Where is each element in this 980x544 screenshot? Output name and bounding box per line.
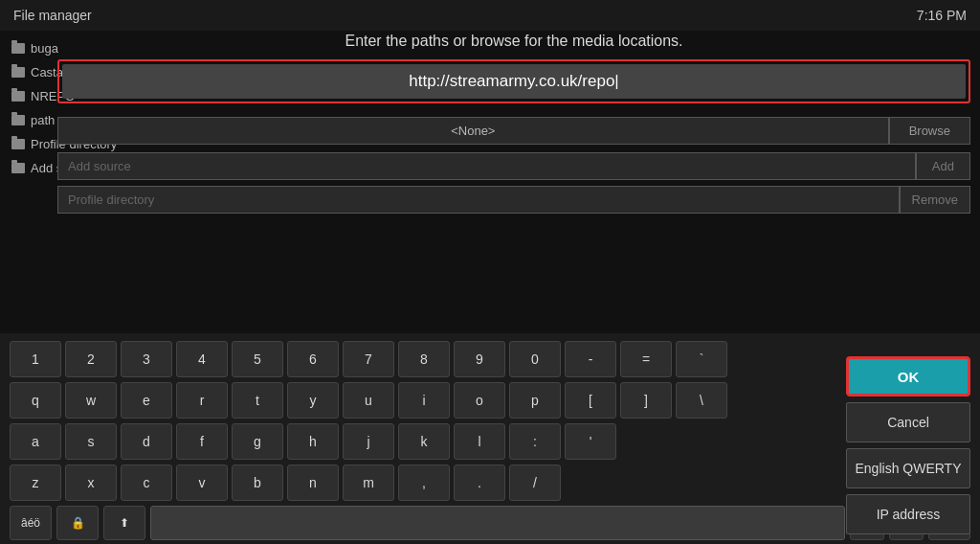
keyboard-row-2: q w e r t y u i o p [ ] \ [10, 382, 970, 419]
third-row: Add [57, 152, 970, 180]
key-2[interactable]: 2 [65, 341, 117, 377]
key-y[interactable]: y [287, 382, 339, 419]
key-b[interactable]: b [232, 465, 283, 501]
key-6[interactable]: 6 [287, 341, 339, 377]
key-a[interactable]: a [10, 423, 61, 460]
key-equals[interactable]: = [620, 341, 672, 377]
clock: 7:16 PM [917, 8, 967, 23]
key-4[interactable]: 4 [176, 341, 228, 377]
key-8[interactable]: 8 [398, 341, 450, 377]
ok-button[interactable]: OK [846, 356, 970, 397]
key-3[interactable]: 3 [121, 341, 172, 377]
side-buttons: OK Cancel English QWERTY IP address [846, 356, 970, 534]
key-u[interactable]: u [343, 382, 394, 419]
key-i[interactable]: i [398, 382, 450, 419]
key-s[interactable]: s [65, 423, 117, 460]
key-t[interactable]: t [232, 382, 283, 419]
keyboard-row-1: 1 2 3 4 5 6 7 8 9 0 - = ` [10, 341, 970, 377]
folder-icon [11, 43, 25, 54]
key-r[interactable]: r [176, 382, 228, 419]
key-p[interactable]: p [509, 382, 561, 419]
key-colon[interactable]: : [509, 423, 561, 460]
key-z[interactable]: z [10, 465, 61, 501]
second-row: Browse [57, 117, 970, 145]
keyboard-row-4: z x c v b n m , . / [10, 465, 970, 501]
key-shift[interactable]: ⬆ [103, 506, 145, 540]
key-rbracket[interactable]: ] [620, 382, 672, 419]
key-w[interactable]: w [65, 382, 117, 419]
key-7[interactable]: 7 [343, 341, 394, 377]
key-comma[interactable]: , [398, 465, 450, 501]
key-e[interactable]: e [121, 382, 172, 419]
key-5[interactable]: 5 [232, 341, 283, 377]
keyboard-area: 1 2 3 4 5 6 7 8 9 0 - = ` q w e r t y u … [0, 333, 980, 544]
key-q[interactable]: q [10, 382, 61, 419]
key-j[interactable]: j [343, 423, 394, 460]
key-9[interactable]: 9 [454, 341, 505, 377]
folder-icon [11, 91, 25, 102]
key-accents[interactable]: âéö [10, 506, 52, 540]
key-l[interactable]: l [454, 423, 505, 460]
key-period[interactable]: . [454, 465, 505, 501]
key-lock[interactable]: 🔒 [56, 506, 99, 540]
key-x[interactable]: x [65, 465, 117, 501]
profile-input[interactable] [57, 186, 900, 214]
key-dash[interactable]: - [565, 341, 616, 377]
key-d[interactable]: d [121, 423, 172, 460]
folder-icon [11, 163, 25, 173]
key-backtick[interactable]: ` [676, 341, 727, 377]
key-apostrophe[interactable]: ' [565, 423, 616, 460]
remove-button[interactable]: Remove [900, 186, 970, 214]
fourth-row: Remove [57, 186, 970, 214]
add-button[interactable]: Add [916, 152, 970, 180]
add-source-input[interactable] [57, 152, 916, 180]
keyboard-bottom-row: âéö 🔒 ⬆ ◀ ▶ ⌫ [10, 506, 970, 540]
ip-address-button[interactable]: IP address [846, 494, 970, 534]
key-0[interactable]: 0 [509, 341, 561, 377]
key-m[interactable]: m [343, 465, 394, 501]
folder-icon [11, 139, 25, 149]
cancel-button[interactable]: Cancel [846, 402, 970, 442]
url-input-wrapper [57, 59, 970, 103]
key-n[interactable]: n [287, 465, 339, 501]
keyboard-row-3: a s d f g h j k l : ' [10, 423, 970, 460]
key-slash[interactable]: / [509, 465, 561, 501]
key-backslash[interactable]: \ [676, 382, 727, 419]
key-f[interactable]: f [176, 423, 228, 460]
key-v[interactable]: v [176, 465, 228, 501]
dialog: Enter the paths or browse for the media … [57, 27, 970, 217]
key-lbracket[interactable]: [ [565, 382, 616, 419]
folder-icon [11, 115, 25, 125]
layout-button[interactable]: English QWERTY [846, 448, 970, 488]
browse-button[interactable]: Browse [889, 117, 970, 145]
key-o[interactable]: o [454, 382, 505, 419]
app-title: File manager [13, 8, 92, 23]
key-c[interactable]: c [121, 465, 172, 501]
key-h[interactable]: h [287, 423, 339, 460]
key-k[interactable]: k [398, 423, 450, 460]
url-input[interactable] [62, 64, 966, 99]
key-space[interactable] [150, 506, 845, 540]
folder-icon [11, 67, 25, 78]
key-g[interactable]: g [232, 423, 283, 460]
key-1[interactable]: 1 [10, 341, 61, 377]
dialog-instruction: Enter the paths or browse for the media … [57, 27, 970, 50]
none-input[interactable] [57, 117, 889, 145]
